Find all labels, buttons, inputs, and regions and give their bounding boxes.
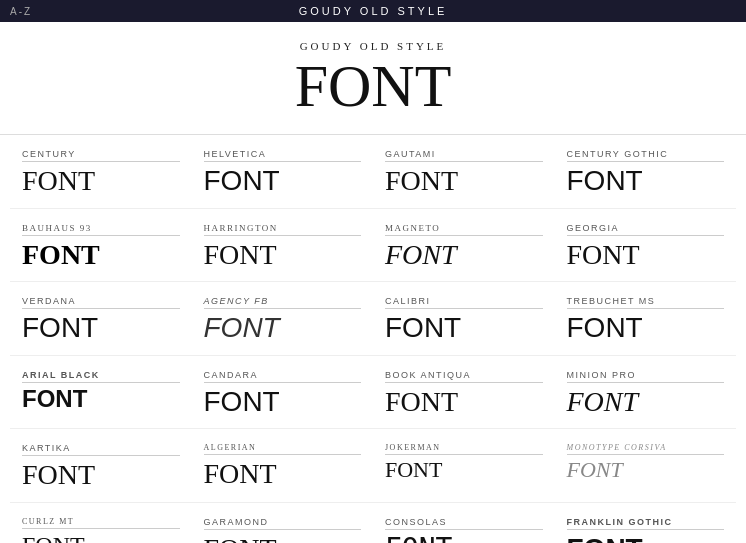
font-sample-century-gothic: FONT: [567, 164, 643, 198]
font-cell-consolas[interactable]: CONSOLASFONT: [373, 503, 555, 543]
font-name-candara: CANDARA: [204, 370, 362, 383]
font-name-harrington: HARRINGTON: [204, 223, 362, 236]
font-name-monotype: MONOTYPE CORSIVA: [567, 443, 725, 455]
font-cell-calibri[interactable]: CALIBRIFONT: [373, 282, 555, 356]
font-sample-candara: FONT: [204, 385, 280, 419]
font-sample-garamond: FONT: [204, 532, 277, 543]
font-cell-minion[interactable]: MINION PROFONT: [555, 356, 737, 430]
font-cell-jokerman[interactable]: JOKERMANFONT: [373, 429, 555, 503]
font-cell-century[interactable]: CENTURYFONT: [10, 135, 192, 209]
font-name-consolas: CONSOLAS: [385, 517, 543, 530]
font-sample-consolas: FONT: [385, 532, 452, 543]
font-name-garamond: GARAMOND: [204, 517, 362, 530]
font-cell-garamond[interactable]: GARAMONDFONT: [192, 503, 374, 543]
font-sample-century: FONT: [22, 164, 95, 198]
font-cell-verdana[interactable]: VERDANAFONT: [10, 282, 192, 356]
font-sample-book-antiqua: FONT: [385, 385, 458, 419]
font-cell-kartika[interactable]: KARTIKAFONT: [10, 429, 192, 503]
font-sample-trebuchet: FONT: [567, 311, 643, 345]
font-cell-agency[interactable]: AGENCY FBFONT: [192, 282, 374, 356]
font-cell-arial-black[interactable]: ARIAL BLACKFONT: [10, 356, 192, 430]
font-name-arial-black: ARIAL BLACK: [22, 370, 180, 383]
font-name-trebuchet: TREBUCHET MS: [567, 296, 725, 309]
font-name-agency: AGENCY FB: [204, 296, 362, 309]
font-sample-minion: FONT: [567, 385, 639, 419]
font-cell-franklin[interactable]: FRANKLIN GOTHICFONT: [555, 503, 737, 543]
font-name-bauhaus: BAUHAUS 93: [22, 223, 180, 236]
font-name-century-gothic: CENTURY GOTHIC: [567, 149, 725, 162]
font-grid: CENTURYFONTHELVETICAFONTGAUTAMIFONTCENTU…: [0, 135, 746, 543]
font-name-gautami: GAUTAMI: [385, 149, 543, 162]
font-name-franklin: FRANKLIN GOTHIC: [567, 517, 725, 530]
font-sample-magneto: FONT: [385, 238, 457, 272]
font-cell-bauhaus[interactable]: BAUHAUS 93FONT: [10, 209, 192, 283]
font-sample-curlz: FONT: [22, 531, 85, 543]
font-sample-agency: FONT: [204, 311, 280, 345]
font-sample-bauhaus: FONT: [22, 238, 100, 272]
top-bar: A-Z GOUDY OLD STYLE: [0, 0, 746, 22]
font-cell-trebuchet[interactable]: TREBUCHET MSFONT: [555, 282, 737, 356]
font-cell-curlz[interactable]: CURLZ MTFONT: [10, 503, 192, 543]
font-name-jokerman: JOKERMAN: [385, 443, 543, 455]
font-cell-book-antiqua[interactable]: BOOK ANTIQUAFONT: [373, 356, 555, 430]
font-name-book-antiqua: BOOK ANTIQUA: [385, 370, 543, 383]
font-sample-calibri: FONT: [385, 311, 461, 345]
font-sample-jokerman: FONT: [385, 457, 442, 483]
font-sample-franklin: FONT: [567, 532, 643, 543]
hero-section: GOUDY OLD STYLE FONT: [0, 22, 746, 135]
font-sample-monotype: FONT: [567, 457, 623, 483]
font-name-helvetica: HELVETICA: [204, 149, 362, 162]
font-cell-magneto[interactable]: MAGNETOFONT: [373, 209, 555, 283]
font-name-kartika: KARTIKA: [22, 443, 180, 456]
font-sample-gautami: FONT: [385, 164, 458, 198]
font-name-calibri: CALIBRI: [385, 296, 543, 309]
font-sample-harrington: FONT: [204, 238, 277, 272]
font-cell-century-gothic[interactable]: CENTURY GOTHICFONT: [555, 135, 737, 209]
font-cell-helvetica[interactable]: HELVETICAFONT: [192, 135, 374, 209]
font-name-magneto: MAGNETO: [385, 223, 543, 236]
font-sample-kartika: FONT: [22, 458, 95, 492]
hero-font-sample: FONT: [0, 56, 746, 124]
font-cell-algerian[interactable]: ALGERIANFONT: [192, 429, 374, 503]
font-name-verdana: VERDANA: [22, 296, 180, 309]
font-name-century: CENTURY: [22, 149, 180, 162]
font-sample-helvetica: FONT: [204, 164, 280, 198]
font-name-algerian: ALGERIAN: [204, 443, 362, 455]
az-label: A-Z: [10, 6, 32, 17]
font-cell-monotype[interactable]: MONOTYPE CORSIVAFONT: [555, 429, 737, 503]
font-sample-verdana: FONT: [22, 311, 98, 345]
font-cell-harrington[interactable]: HARRINGTONFONT: [192, 209, 374, 283]
font-cell-candara[interactable]: CANDARAFONT: [192, 356, 374, 430]
font-name-title: GOUDY OLD STYLE: [299, 5, 448, 17]
font-sample-arial-black: FONT: [22, 385, 87, 414]
font-name-minion: MINION PRO: [567, 370, 725, 383]
font-name-curlz: CURLZ MT: [22, 517, 180, 529]
font-cell-gautami[interactable]: GAUTAMIFONT: [373, 135, 555, 209]
font-sample-georgia: FONT: [567, 238, 640, 272]
font-sample-algerian: FONT: [204, 457, 277, 491]
font-name-georgia: GEORGIA: [567, 223, 725, 236]
hero-font-name: GOUDY OLD STYLE: [0, 40, 746, 52]
font-cell-georgia[interactable]: GEORGIAFONT: [555, 209, 737, 283]
